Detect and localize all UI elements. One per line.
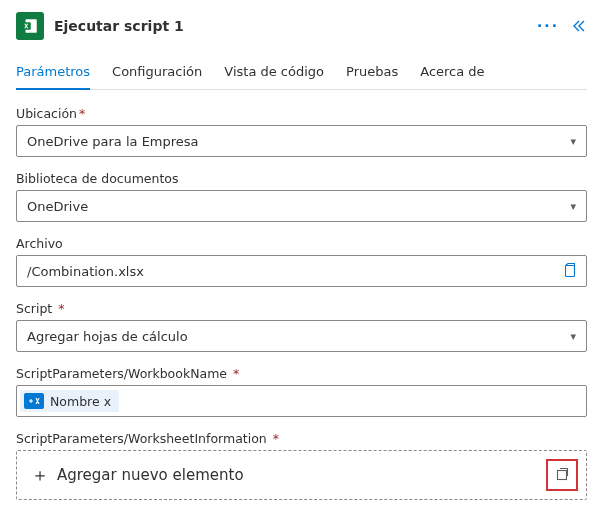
field-workbook-name: ScriptParameters/WorkbookName * Nombre x: [16, 366, 587, 417]
input-file-value: /Combination.xlsx: [17, 264, 554, 279]
label-library: Biblioteca de documentos: [16, 171, 587, 186]
dynamic-content-chip[interactable]: Nombre x: [20, 390, 119, 412]
action-title: Ejecutar script 1: [54, 18, 527, 34]
label-location: Ubicación*: [16, 106, 587, 121]
array-input-worksheet-info: ＋ Agregar nuevo elemento: [16, 450, 587, 500]
label-script: Script *: [16, 301, 587, 316]
file-picker-icon[interactable]: [554, 263, 586, 279]
field-file: Archivo /Combination.xlsx: [16, 236, 587, 287]
tab-vista-de-codigo[interactable]: Vista de código: [224, 58, 324, 89]
chevron-down-icon: ▾: [560, 200, 586, 213]
excel-icon: [16, 12, 44, 40]
tab-pruebas[interactable]: Pruebas: [346, 58, 398, 89]
input-file[interactable]: /Combination.xlsx: [16, 255, 587, 287]
plus-icon: ＋: [31, 466, 49, 484]
select-location[interactable]: OneDrive para la Empresa ▾: [16, 125, 587, 157]
chip-label: Nombre x: [50, 394, 111, 409]
tab-parametros[interactable]: Parámetros: [16, 58, 90, 89]
chevron-down-icon: ▾: [560, 330, 586, 343]
svg-rect-3: [558, 471, 567, 480]
select-script[interactable]: Agregar hojas de cálculo ▾: [16, 320, 587, 352]
field-location: Ubicación* OneDrive para la Empresa ▾: [16, 106, 587, 157]
select-library[interactable]: OneDrive ▾: [16, 190, 587, 222]
label-worksheet-info: ScriptParameters/WorksheetInformation *: [16, 431, 587, 446]
more-options-button[interactable]: ···: [537, 18, 559, 34]
tabs: Parámetros Configuración Vista de código…: [16, 58, 587, 90]
field-library: Biblioteca de documentos OneDrive ▾: [16, 171, 587, 222]
tab-configuracion[interactable]: Configuración: [112, 58, 202, 89]
chevron-down-icon: ▾: [560, 135, 586, 148]
tab-acerca-de[interactable]: Acerca de: [420, 58, 484, 89]
label-file: Archivo: [16, 236, 587, 251]
collapse-button[interactable]: [571, 18, 587, 34]
input-workbook-name[interactable]: Nombre x: [16, 385, 587, 417]
dynamic-content-button[interactable]: [552, 465, 572, 485]
select-location-value: OneDrive para la Empresa: [17, 134, 560, 149]
select-library-value: OneDrive: [17, 199, 560, 214]
select-script-value: Agregar hojas de cálculo: [17, 329, 560, 344]
svg-rect-2: [566, 266, 575, 277]
label-workbook-name: ScriptParameters/WorkbookName *: [16, 366, 587, 381]
fx-icon: [24, 393, 44, 409]
action-header: Ejecutar script 1 ···: [16, 12, 587, 40]
field-worksheet-info: ScriptParameters/WorksheetInformation * …: [16, 431, 587, 500]
add-item-button[interactable]: ＋ Agregar nuevo elemento: [25, 460, 538, 490]
field-script: Script * Agregar hojas de cálculo ▾: [16, 301, 587, 352]
add-item-label: Agregar nuevo elemento: [57, 466, 244, 484]
highlight-box: [546, 459, 578, 491]
